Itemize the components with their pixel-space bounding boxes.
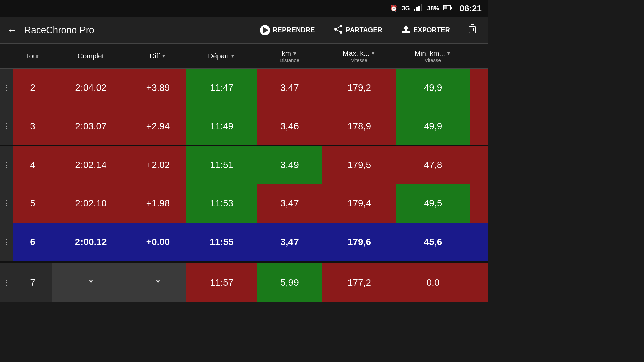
table-row[interactable]: ⋮7**11:575,99177,20,03,2 [0, 263, 488, 302]
svg-rect-2 [418, 6, 420, 11]
top-bar: ← RaceChrono Pro REPRENDRE PARTAGER EXPO [0, 17, 488, 44]
table-row[interactable]: ⋮62:00.12+0.0011:553,47179,645,6104,1 [0, 223, 488, 261]
col-depart[interactable]: Départ ▼ [186, 44, 257, 68]
battery-label: 38% [427, 5, 439, 12]
svg-rect-5 [451, 7, 452, 9]
cell-mink: 47,8 [396, 146, 470, 184]
col-km-label: km [282, 49, 291, 57]
cell-complet: 2:02.14 [52, 146, 129, 184]
col-diff[interactable]: Diff ▼ [129, 44, 186, 68]
cell-maxk: 179,4 [322, 184, 396, 223]
play-icon [260, 25, 270, 35]
time-display: 06:21 [460, 3, 482, 14]
table-row[interactable]: ⋮32:03.07+2.9411:493,46178,949,9101,3 [0, 107, 488, 146]
cell-tour: 5 [13, 184, 52, 223]
col-moyk[interactable]: Moy. k... ▼ Vitesse [470, 44, 488, 68]
svg-rect-12 [402, 31, 410, 33]
share-icon [334, 24, 343, 36]
reprendre-button[interactable]: REPRENDRE [254, 22, 321, 38]
cell-complet: * [52, 263, 129, 302]
col-maxk-arrow: ▼ [371, 51, 375, 56]
svg-rect-0 [414, 9, 415, 11]
col-diff-arrow: ▼ [161, 53, 166, 59]
col-mink-arrow: ▼ [446, 51, 451, 56]
svg-line-10 [336, 26, 341, 29]
menu-dots-icon: ⋮ [3, 238, 10, 246]
table-row[interactable]: ⋮42:02.14+2.0211:513,49179,547,8102,9 [0, 146, 488, 184]
col-maxk-label: Max. k... [343, 49, 369, 57]
cell-km: 3,47 [257, 69, 322, 107]
svg-rect-6 [444, 6, 447, 9]
cell-maxk: 179,5 [322, 146, 396, 184]
cell-depart: 11:51 [186, 146, 257, 184]
row-handle[interactable]: ⋮ [0, 69, 13, 107]
signal-icon [414, 4, 423, 13]
cell-complet: 2:00.12 [52, 223, 129, 261]
cell-diff: +3.89 [129, 69, 186, 107]
cell-mink: 49,9 [396, 69, 470, 107]
cell-maxk: 179,6 [322, 223, 396, 261]
back-button[interactable]: ← [7, 24, 17, 36]
cell-mink: 49,9 [396, 107, 470, 145]
app-title: RaceChrono Pro [24, 25, 247, 36]
delete-icon [467, 26, 478, 36]
col-depart-label: Départ [208, 52, 229, 60]
cell-mink: 45,6 [396, 223, 470, 261]
exporter-label: EXPORTER [413, 26, 450, 34]
cell-km: 3,46 [257, 107, 322, 145]
col-mink-label: Min. km... [415, 49, 445, 57]
col-maxk[interactable]: Max. k... ▼ Vitesse [322, 44, 396, 68]
status-bar: ⏰ 3G 38% 06:21 [0, 0, 488, 17]
export-icon [401, 24, 411, 36]
back-icon: ← [7, 24, 17, 36]
cell-km: 5,99 [257, 263, 322, 302]
row-handle[interactable]: ⋮ [0, 263, 13, 302]
menu-dots-icon: ⋮ [3, 278, 10, 287]
cell-diff: * [129, 263, 186, 302]
cell-km: 3,47 [257, 184, 322, 223]
table-row[interactable]: ⋮22:04.02+3.8911:473,47179,249,9100,8 [0, 69, 488, 107]
col-complet: Complet [52, 44, 129, 68]
row-handle[interactable]: ⋮ [0, 223, 13, 261]
reprendre-label: REPRENDRE [273, 26, 315, 34]
cell-depart: 11:55 [186, 223, 257, 261]
partager-button[interactable]: PARTAGER [328, 22, 388, 39]
col-depart-arrow: ▼ [230, 53, 235, 59]
data-table: ⋮22:04.02+3.8911:473,47179,249,9100,8⋮32… [0, 69, 488, 302]
row-handle[interactable]: ⋮ [0, 184, 13, 223]
cell-km: 3,47 [257, 223, 322, 261]
cell-moyk: 102,3 [470, 184, 488, 223]
cell-diff: +2.94 [129, 107, 186, 145]
row-handle[interactable]: ⋮ [0, 107, 13, 145]
cell-depart: 11:47 [186, 69, 257, 107]
col-km-sub: Distance [280, 57, 299, 63]
cell-moyk: 100,8 [470, 69, 488, 107]
cell-moyk: 104,1 [470, 223, 488, 261]
col-km-arrow: ▼ [292, 51, 297, 56]
col-km[interactable]: km ▼ Distance [257, 44, 322, 68]
col-diff-label: Diff [150, 52, 160, 60]
cell-tour: 6 [13, 223, 52, 261]
cell-complet: 2:04.02 [52, 69, 129, 107]
cell-moyk: 101,3 [470, 107, 488, 145]
col-tour: Tour [13, 44, 52, 68]
menu-dots-icon: ⋮ [3, 83, 10, 92]
column-headers: Tour Complet Diff ▼ Départ ▼ km ▼ Distan… [0, 44, 488, 69]
cell-diff: +1.98 [129, 184, 186, 223]
col-maxk-sub: Vitesse [351, 57, 367, 63]
cell-tour: 3 [13, 107, 52, 145]
row-handle[interactable]: ⋮ [0, 146, 13, 184]
col-mink[interactable]: Min. km... ▼ Vitesse [396, 44, 470, 68]
cell-depart: 11:53 [186, 184, 257, 223]
partager-label: PARTAGER [346, 26, 382, 34]
delete-button[interactable] [463, 21, 482, 39]
svg-marker-13 [403, 25, 409, 31]
cell-moyk: 102,9 [470, 146, 488, 184]
cell-tour: 7 [13, 263, 52, 302]
svg-rect-1 [416, 7, 418, 11]
col-tour-label: Tour [25, 52, 39, 60]
cell-mink: 49,5 [396, 184, 470, 223]
exporter-button[interactable]: EXPORTER [395, 22, 456, 39]
svg-line-11 [336, 29, 341, 32]
table-row[interactable]: ⋮52:02.10+1.9811:533,47179,449,5102,3 [0, 184, 488, 223]
